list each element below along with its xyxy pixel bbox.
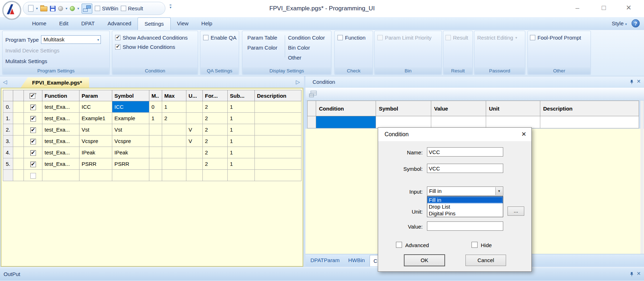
- scroll-tabs-left-icon[interactable]: ◁: [3, 79, 7, 85]
- cell-symbol[interactable]: Vcspre: [112, 136, 149, 147]
- cell-unit[interactable]: [186, 113, 203, 124]
- cell-function[interactable]: test_Exa...: [42, 113, 79, 124]
- cell-symbol[interactable]: [376, 116, 431, 128]
- cell-description[interactable]: [255, 124, 302, 136]
- row-checkbox[interactable]: [24, 124, 42, 136]
- cell-min[interactable]: 1: [149, 113, 162, 124]
- fool-proof-prompt-checkbox[interactable]: Fool-Proof Prompt: [530, 35, 581, 41]
- pin-icon[interactable]: [630, 80, 634, 86]
- cell-symbol[interactable]: Example: [112, 113, 149, 124]
- cell-sub[interactable]: 1: [228, 124, 255, 136]
- row-header[interactable]: [308, 116, 316, 128]
- cell-description[interactable]: [255, 136, 302, 147]
- advanced-checkbox[interactable]: [396, 242, 402, 248]
- col-symbol[interactable]: Symbol: [376, 101, 431, 116]
- tab-view[interactable]: View: [171, 17, 195, 30]
- condition-list-icon[interactable]: [309, 91, 317, 99]
- cell-max[interactable]: [162, 170, 186, 181]
- cell-sub[interactable]: 1: [228, 113, 255, 124]
- name-field[interactable]: [427, 147, 503, 157]
- row-index[interactable]: 5.: [3, 158, 13, 170]
- undo-icon[interactable]: [58, 6, 63, 11]
- swbin-checkbox-box[interactable]: [95, 6, 100, 11]
- cell-unit[interactable]: V: [186, 136, 203, 147]
- cell-description[interactable]: [540, 116, 639, 128]
- select-all-checkbox[interactable]: ': [24, 90, 42, 101]
- enable-qa-box[interactable]: [203, 35, 208, 40]
- row-index[interactable]: 3.: [3, 136, 13, 147]
- select-all-box[interactable]: [30, 93, 35, 99]
- style-dropdown[interactable]: Style ▾: [612, 17, 627, 31]
- result-checkbox[interactable]: Result: [121, 5, 143, 11]
- cell-symbol[interactable]: Vst: [112, 124, 149, 136]
- col-description[interactable]: Description: [255, 90, 302, 101]
- col-function[interactable]: Function: [42, 90, 79, 101]
- cell-param[interactable]: IPeak: [79, 147, 112, 158]
- show-advanced-conditions-box[interactable]: [115, 35, 120, 40]
- row-index[interactable]: 1.: [3, 113, 13, 124]
- row-checkbox[interactable]: [24, 147, 42, 158]
- col-max[interactable]: Max: [162, 90, 186, 101]
- bin-color-button[interactable]: Bin Color: [288, 45, 310, 51]
- unit-browse-button[interactable]: ...: [508, 206, 524, 216]
- function-checkbox[interactable]: Function: [338, 35, 366, 41]
- cell-param[interactable]: [79, 170, 112, 181]
- customize-quick-access-icon[interactable]: ▾: [170, 5, 171, 9]
- program-type-select[interactable]: Multitask ▾: [41, 35, 101, 44]
- close-panel-icon[interactable]: ✕: [637, 78, 641, 84]
- multitask-settings-button[interactable]: Mulitatsk Settings: [5, 58, 47, 64]
- close-panel-icon[interactable]: ✕: [637, 271, 641, 276]
- cell-format[interactable]: 2: [203, 147, 228, 158]
- function-box[interactable]: [338, 35, 343, 40]
- enable-qa-checkbox[interactable]: Enable QA: [203, 35, 237, 41]
- tab-help[interactable]: Help: [195, 17, 219, 30]
- cell-function[interactable]: [42, 170, 79, 181]
- tab-hwbin[interactable]: HWBin: [348, 254, 365, 266]
- redo-icon[interactable]: [70, 6, 75, 11]
- combo-arrow-icon[interactable]: ▼: [495, 187, 503, 195]
- show-hide-conditions-checkbox[interactable]: Show Hide Conditions: [115, 44, 175, 50]
- cell-param[interactable]: ICC: [79, 101, 112, 113]
- cell-max[interactable]: 2: [162, 113, 186, 124]
- help-icon[interactable]: ?: [632, 19, 640, 27]
- undo-dropdown-icon[interactable]: ▾: [66, 6, 67, 10]
- tab-settings[interactable]: Settings: [138, 17, 170, 30]
- row-index[interactable]: 0.: [3, 101, 13, 113]
- dropdown-option-drop-list[interactable]: Drop List: [427, 203, 503, 210]
- col-condition[interactable]: Condition: [316, 101, 376, 116]
- dialog-titlebar[interactable]: Condition ✕: [378, 128, 531, 141]
- row-checkbox[interactable]: [24, 101, 42, 113]
- app-logo-icon[interactable]: [2, 1, 21, 20]
- row-checkbox[interactable]: [24, 113, 42, 124]
- scroll-tabs-right-icon[interactable]: ▷: [296, 79, 300, 85]
- cell-sub[interactable]: 1: [228, 136, 255, 147]
- table-row[interactable]: 0. test_Exa... ICC ICC 0 1 2 1: [3, 101, 302, 113]
- cell-format[interactable]: 2: [203, 124, 228, 136]
- cell-symbol[interactable]: IPeak: [112, 147, 149, 158]
- dialog-close-icon[interactable]: ✕: [521, 128, 526, 141]
- tab-edit[interactable]: Edit: [53, 17, 75, 30]
- input-select[interactable]: Fill in ▼: [427, 187, 503, 196]
- row-checkbox-box[interactable]: [30, 127, 36, 133]
- cell-unit[interactable]: [186, 158, 203, 170]
- scrollbar-track[interactable]: [640, 101, 644, 254]
- cell-description[interactable]: [255, 113, 302, 124]
- open-file-icon[interactable]: [40, 6, 47, 11]
- cell-unit[interactable]: [186, 101, 203, 113]
- param-table-button[interactable]: Param Table: [247, 35, 277, 41]
- col-unit[interactable]: U...: [186, 90, 203, 101]
- row-checkbox-box[interactable]: [30, 162, 36, 167]
- cell-format[interactable]: 2: [203, 113, 228, 124]
- cell-description[interactable]: [255, 158, 302, 170]
- save-icon[interactable]: [50, 6, 56, 11]
- col-value[interactable]: Value: [431, 101, 486, 116]
- cell-condition-selected[interactable]: [316, 116, 376, 128]
- tab-advanced[interactable]: Advanced: [101, 17, 138, 30]
- col-min[interactable]: M..: [149, 90, 162, 101]
- cell-max[interactable]: [162, 147, 186, 158]
- cell-unit[interactable]: [186, 170, 203, 181]
- condition-color-button[interactable]: Condition Color: [288, 35, 325, 41]
- dropdown-option-digital-pins[interactable]: Digital Pins: [427, 210, 503, 217]
- cell-format[interactable]: 2: [203, 136, 228, 147]
- cell-min[interactable]: [149, 158, 162, 170]
